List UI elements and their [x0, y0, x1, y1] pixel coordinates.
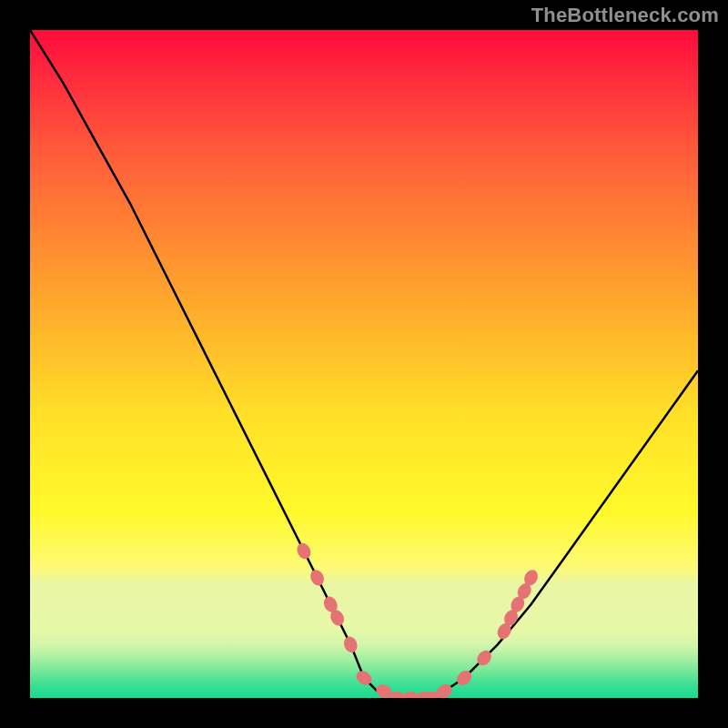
- chart-gradient-background: [30, 30, 698, 698]
- watermark-text: TheBottleneck.com: [531, 4, 719, 27]
- chart-frame: TheBottleneck.com: [0, 0, 728, 728]
